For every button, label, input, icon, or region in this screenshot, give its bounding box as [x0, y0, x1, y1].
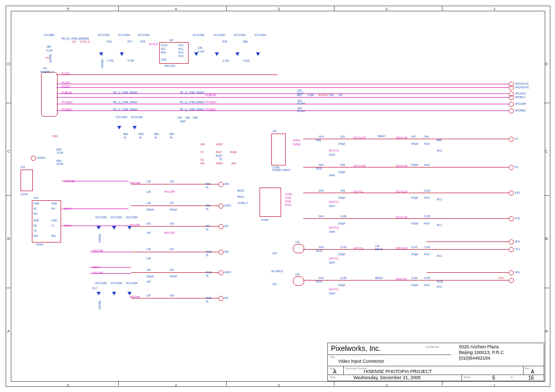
u8-sda: SDA: [161, 51, 166, 54]
tb-of-lbl: of: [510, 376, 512, 379]
val-l51: 470nH: [170, 275, 177, 278]
net-sv2ylcr: SV2YLCR: [396, 164, 408, 167]
net-vccvga-c: VCCV33A: [95, 216, 107, 219]
col-bot-5: 5: [67, 383, 69, 388]
port-vy: [509, 137, 514, 142]
u8-vclk: VCLK: [161, 44, 168, 47]
port-vpcgrn: [509, 102, 514, 107]
out-gpb: GPb: [224, 182, 229, 185]
ref-con83: CON8_3: [237, 201, 247, 204]
out-vpcgrn: VPCGRN: [515, 102, 526, 105]
col-bot-1: 1: [493, 383, 495, 388]
title-block: Pixelworks, Inc. Confidential 5020 Anzhe…: [327, 343, 544, 381]
val-c115: 47uF: [424, 253, 430, 256]
bav99l-1: BAV99L: [101, 59, 104, 68]
out-vy: VY: [515, 137, 519, 140]
val-c134: 47uF: [424, 196, 430, 199]
net-av2ylcr: AV2VYCL: [396, 277, 407, 281]
ref-r80: R80: [243, 40, 248, 43]
val-r69: 10.0K: [57, 162, 63, 165]
ref-u10: U10: [33, 196, 38, 199]
ref-bnc2: BNC2: [237, 189, 244, 192]
tick: [544, 195, 549, 196]
ref-fb-d: FB_11_OHM_500MA: [180, 91, 205, 94]
ref-c88: C88: [193, 116, 197, 119]
net-avvycl2: AVVYCL: [329, 257, 339, 260]
row-right-A: A: [545, 329, 548, 333]
tick: [118, 381, 119, 386]
ref-r105: R105: [206, 296, 212, 300]
port-gpb: [218, 182, 224, 187]
ref-c126: C126: [411, 276, 417, 279]
val-c470f: 470pF: [411, 284, 418, 287]
net-hd1csb: HD1CSB: [64, 180, 75, 183]
val-c85: 10.0uF: [297, 109, 305, 113]
val-l10a: 10nH: [329, 153, 335, 156]
val-l10b: 10nH: [329, 174, 335, 177]
gnd-icon: [46, 58, 50, 58]
ref-r101: R101: [316, 167, 322, 170]
col-top-1: 1: [493, 7, 495, 11]
out-vpcvsync: VPCVSYNC: [515, 82, 529, 85]
out-vy2: VY: [200, 151, 204, 154]
wire: [57, 74, 278, 75]
ref-r97: R97: [206, 225, 210, 228]
row-right-B: B: [545, 236, 548, 241]
ref-c130: C130: [424, 276, 430, 279]
u10-gnd3: GND: [33, 219, 39, 222]
val-c470b: 470pF: [411, 163, 418, 166]
net-hd1csb2: HD1CSB: [130, 181, 140, 184]
net-vccvga-a: VCCV33A: [116, 116, 127, 119]
net-pcvsy: PCVSY: [62, 81, 70, 84]
net-pcgrnc: PCGRNC: [62, 101, 73, 104]
net-svvycl3: SVVYCL: [329, 200, 339, 203]
port-vpcred: [509, 108, 514, 114]
val-r80: 2.21K: [243, 59, 250, 62]
ref-bnc1: BNC1: [237, 195, 244, 198]
tick: [442, 6, 442, 11]
ref-l27: L27: [72, 40, 76, 43]
tick: [118, 6, 119, 11]
val-l50: 330nH: [146, 275, 154, 278]
net-svvycl: SVVYCL: [329, 149, 339, 152]
val-r40c: 40.2: [437, 223, 442, 227]
tick: [6, 288, 11, 288]
tb-addr2: Beijing 100013, P.R.C: [459, 350, 504, 355]
net-vccvga-h: VCCV33A: [126, 282, 138, 285]
tick: [334, 6, 335, 11]
net-vcc5a: VCC5_A: [80, 40, 89, 43]
ref-p2: P2: [44, 67, 47, 70]
col-bot-3: 3: [278, 383, 280, 388]
port-vgain: [31, 156, 36, 161]
out-vv2: VV2: [515, 191, 520, 194]
u10-pb2: Pb2: [33, 234, 38, 237]
val-c98: 47uF: [424, 142, 430, 145]
ref-u8: U8: [170, 39, 173, 42]
net-vcm: VCM: [285, 196, 291, 199]
ref-r87: R87: [170, 133, 174, 136]
tb-rev-lbl: Rev: [525, 367, 530, 370]
con8-conn: [260, 188, 281, 217]
val-l10c: 10nH: [329, 204, 335, 208]
row-right-D: D: [545, 62, 548, 66]
net-pcgcl: PCGCL: [62, 72, 70, 75]
val-l560b: 560nH: [375, 276, 383, 279]
row-left-C: C: [7, 149, 10, 154]
val-l10e: 10nH: [329, 261, 335, 264]
ref-r78: R78: [140, 40, 145, 43]
ref-r86: R86: [154, 133, 159, 136]
tick: [334, 381, 335, 386]
net-vccv33a-7: VCCV33A: [254, 33, 266, 36]
diode-icon: [112, 292, 116, 295]
net-vsg: VSG: [52, 135, 58, 138]
net-hd2crf: HD2CRF: [92, 271, 103, 274]
out-gpr2: GPr: [200, 143, 205, 146]
out-cv2: CV2: [498, 276, 504, 279]
net-svin1: SVIN1: [293, 139, 300, 142]
net-vccvga-g: VCCV33A: [110, 282, 122, 285]
ref-c81: C81: [198, 46, 202, 49]
net-vccv33a-2: VCCV33A: [118, 33, 130, 36]
wire: [62, 181, 128, 181]
wire: [57, 104, 509, 104]
tb-rev: A: [531, 369, 534, 375]
